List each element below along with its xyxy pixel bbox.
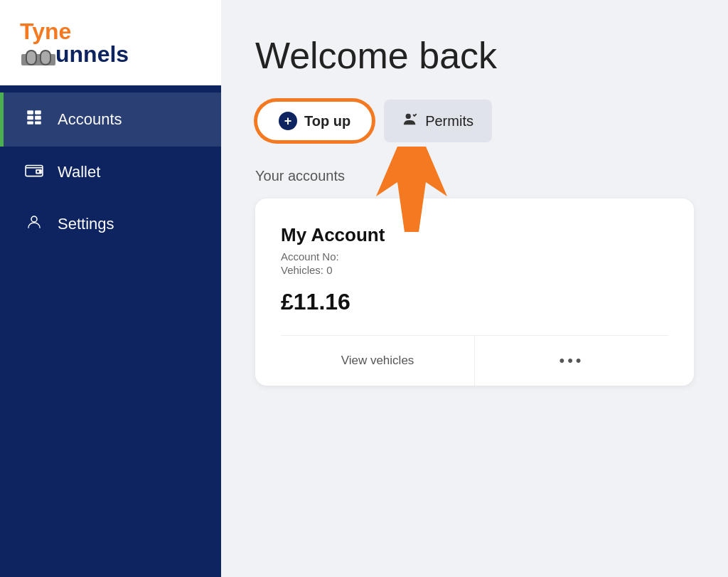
svg-rect-4 bbox=[41, 51, 50, 64]
svg-point-13 bbox=[37, 171, 39, 173]
top-up-button[interactable]: + Top up bbox=[255, 100, 374, 142]
svg-rect-8 bbox=[35, 110, 41, 114]
logo-tyne: Tyne bbox=[20, 20, 129, 43]
sidebar-item-accounts[interactable]: Accounts bbox=[0, 92, 221, 147]
wallet-label: Wallet bbox=[58, 163, 100, 181]
account-balance: £11.16 bbox=[281, 289, 668, 315]
account-card: My Account Account No: Vehicles: 0 £11.1… bbox=[255, 198, 694, 386]
svg-rect-5 bbox=[27, 110, 33, 114]
sidebar: Tyne unnels bbox=[0, 0, 221, 577]
account-no-label: Account No: bbox=[281, 250, 668, 263]
top-up-label: Top up bbox=[304, 113, 350, 129]
svg-rect-6 bbox=[27, 116, 33, 120]
logo: Tyne unnels bbox=[20, 20, 129, 65]
accounts-label: Accounts bbox=[58, 110, 122, 129]
sidebar-item-wallet[interactable]: Wallet bbox=[0, 147, 221, 198]
nav-items: Accounts Wallet Settings bbox=[0, 85, 221, 250]
svg-rect-9 bbox=[35, 116, 41, 120]
card-actions: View vehicles ••• bbox=[281, 335, 668, 386]
settings-icon bbox=[23, 213, 45, 235]
logo-area: Tyne unnels bbox=[0, 0, 221, 85]
accounts-icon bbox=[23, 108, 45, 131]
logo-tunnels-text: unnels bbox=[55, 43, 129, 65]
vehicles-label: Vehicles: 0 bbox=[281, 264, 668, 276]
permits-button[interactable]: Permits bbox=[384, 100, 492, 142]
permit-icon bbox=[402, 112, 418, 131]
main-content: Welcome back + Top up Permits bbox=[221, 0, 728, 577]
svg-point-15 bbox=[406, 113, 411, 118]
action-buttons: + Top up Permits bbox=[255, 100, 694, 142]
tunnel-icon bbox=[21, 46, 53, 62]
more-options-button[interactable]: ••• bbox=[475, 336, 668, 386]
view-vehicles-button[interactable]: View vehicles bbox=[281, 336, 475, 386]
svg-rect-10 bbox=[35, 121, 41, 124]
settings-label: Settings bbox=[58, 215, 114, 233]
logo-tunnels: unnels bbox=[20, 43, 129, 65]
sidebar-item-settings[interactable]: Settings bbox=[0, 198, 221, 250]
svg-point-14 bbox=[31, 216, 37, 222]
plus-icon: + bbox=[279, 112, 297, 130]
wallet-icon bbox=[23, 162, 45, 182]
welcome-title: Welcome back bbox=[255, 34, 694, 77]
svg-rect-7 bbox=[27, 121, 33, 124]
permits-label: Permits bbox=[425, 113, 473, 129]
accounts-section-label: Your accounts bbox=[255, 168, 694, 184]
account-name: My Account bbox=[281, 224, 668, 246]
svg-rect-3 bbox=[27, 51, 36, 64]
